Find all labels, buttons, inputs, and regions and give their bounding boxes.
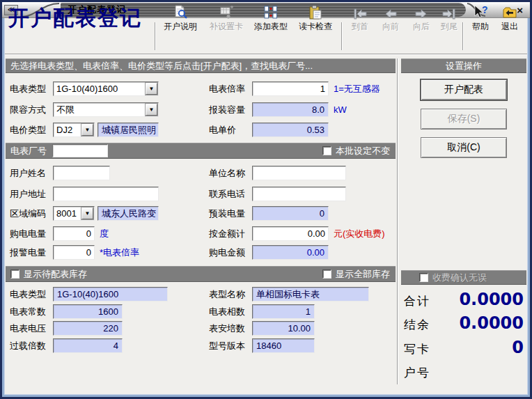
region-desc: 城东人民路变 — [97, 206, 159, 221]
fee-confirm-bar: 收费确认无误 — [401, 270, 526, 285]
purchase-energy-label: 购电电量 — [10, 226, 46, 241]
balance-value: 0.0000 — [426, 313, 524, 333]
org-name-input[interactable] — [252, 166, 346, 180]
chevron-down-icon[interactable]: ▼ — [146, 104, 157, 116]
address-input[interactable] — [53, 187, 159, 201]
meter-ratio-input[interactable] — [252, 81, 329, 96]
show-pending-stock-checkbox[interactable] — [10, 269, 19, 279]
org-name-label: 单位名称 — [209, 166, 245, 180]
capacity-unit: kW — [334, 102, 347, 117]
settings-bar: 设置操作 — [401, 58, 526, 73]
chevron-down-icon[interactable]: ▼ — [81, 124, 93, 136]
toolbar-button-help[interactable]: ? 帮助 — [467, 1, 494, 35]
purchase-amount-field: 0.00 — [252, 245, 329, 260]
panel-divider — [397, 58, 398, 384]
purchase-amount-label: 购电金额 — [209, 245, 245, 260]
price-type-label: 电价类型 — [10, 123, 46, 137]
fee-confirm-checkbox[interactable] — [419, 273, 428, 282]
by-amount-input[interactable] — [252, 226, 329, 241]
meter-ampere-field: 10.00 — [252, 321, 315, 336]
chevron-down-icon[interactable]: ▼ — [81, 208, 93, 219]
toolbar-button-go-last: 到尾 — [436, 1, 462, 35]
meter-ampere-label: 表安培数 — [209, 321, 245, 336]
unit-price-label: 电单价 — [209, 123, 236, 137]
by-amount-hint: 元(实收电费) — [334, 226, 385, 241]
fee-confirm-label: 收费确认无误 — [432, 272, 487, 284]
show-all-stock-checkbox[interactable] — [322, 269, 331, 279]
user-name-label: 用户姓名 — [10, 166, 46, 180]
meter-voltage-field: 220 — [53, 321, 123, 336]
toolbar-button-read-card-check[interactable]: 读卡检查 — [294, 1, 337, 35]
meter-type-select[interactable]: 1G-10(40)1600 ▼ — [53, 81, 159, 96]
batch-fixed-label: 本批设定不变 — [336, 145, 390, 157]
price-type-desc: 城镇居民照明 — [97, 123, 159, 137]
toolbar-button-next: 向后 — [408, 1, 435, 35]
cancel-button[interactable]: 取消(C) — [421, 137, 507, 158]
toolbar-button-label: 退出 — [501, 21, 518, 33]
limit-mode-select[interactable]: 不限 ▼ — [53, 102, 159, 117]
meter-phases-field: 1 — [252, 304, 315, 319]
model-name-label: 表型名称 — [209, 287, 245, 302]
document-magnifier-icon — [173, 3, 188, 20]
toolbar-button-label: 补设置卡 — [210, 21, 243, 33]
meter-ratio-hint: 1=无互感器 — [334, 81, 380, 96]
user-name-input[interactable] — [53, 166, 110, 180]
price-type-select[interactable]: DJ2 ▼ — [53, 123, 95, 137]
toolbar-button-label: 向后 — [413, 21, 430, 33]
account-number-label: 户号 — [404, 365, 430, 381]
overload-factor-label: 过载倍数 — [10, 338, 46, 353]
meter-constant-field: 1600 — [53, 304, 123, 319]
toolbar-button-open-info[interactable]: 开户说明 — [159, 1, 202, 35]
toolbar-button-label: 开户说明 — [164, 21, 197, 33]
toolbar-button-label: 读卡检查 — [299, 21, 332, 33]
unit-price-field: 0.53 — [252, 123, 329, 137]
arrow-to-first-icon — [352, 3, 368, 20]
meter-voltage-label: 电表电压 — [10, 321, 46, 336]
batch-fixed-checkbox[interactable] — [322, 146, 331, 155]
phone-input[interactable] — [252, 187, 346, 201]
overload-factor-field: 4 — [53, 338, 123, 353]
factory-number-label: 电表厂号 — [6, 145, 47, 157]
preload-energy-label: 预装电量 — [209, 206, 245, 221]
factory-number-bar: 电表厂号 本批设定不变 — [6, 143, 396, 159]
save-button: 保存(S) — [421, 109, 507, 130]
meter-constant-label: 电表常数 — [10, 304, 46, 319]
stock-bar: 显示待配表库存 显示全部库存 — [6, 266, 396, 282]
instruction-text: 先选择电表类型、电表倍率、电价类型等后点击[开户配表]，查找电表厂号... — [6, 60, 313, 72]
model-version-field: 18460 — [252, 338, 315, 353]
exit-folder-icon — [502, 3, 517, 20]
svg-text:?: ? — [482, 5, 488, 15]
limit-mode-label: 限容方式 — [10, 102, 46, 117]
chevron-down-icon[interactable]: ▼ — [146, 83, 157, 95]
stock-meter-type-label: 电表类型 — [10, 287, 46, 302]
toolbar-button-exit[interactable]: 退出 — [496, 1, 524, 35]
address-label: 用户地址 — [10, 187, 46, 201]
show-pending-stock-label: 显示待配表库存 — [24, 268, 87, 281]
alarm-energy-hint: *电表倍率 — [100, 245, 139, 260]
help-cursor-icon: ? — [473, 3, 488, 20]
factory-number-input[interactable] — [52, 144, 108, 157]
open-account-button[interactable]: 开户配表 — [421, 79, 507, 100]
toolbar-button-label: 到尾 — [441, 21, 457, 33]
purchase-energy-input[interactable] — [53, 226, 95, 241]
toolbar-separator — [341, 22, 343, 50]
model-version-label: 型号版本 — [209, 338, 245, 353]
setup-card-icon — [219, 3, 234, 20]
region-code-select[interactable]: 8001 ▼ — [53, 206, 95, 221]
write-card-value: 0 — [426, 338, 524, 357]
meter-type-label: 电表类型 — [10, 81, 46, 96]
toolbar-button-label: 添加表型 — [254, 21, 288, 33]
total-value: 0.0000 — [426, 290, 524, 309]
clipboard-icon — [308, 3, 323, 20]
phone-label: 联系电话 — [209, 187, 245, 201]
alarm-energy-input[interactable] — [53, 245, 95, 260]
capacity-label: 报装容量 — [209, 102, 245, 117]
instruction-bar: 先选择电表类型、电表倍率、电价类型等后点击[开户配表]，查找电表厂号... — [6, 58, 396, 73]
toolbar-button-label: 到首 — [352, 21, 368, 33]
purchase-energy-unit: 度 — [100, 226, 109, 241]
toolbar-button-add-meter-model[interactable]: 添加表型 — [249, 1, 292, 35]
toolbar-button-label: 向前 — [382, 21, 399, 33]
settings-bar-title: 设置操作 — [446, 60, 482, 72]
toolbar-separator — [462, 22, 464, 50]
toolbar-button-label: 帮助 — [472, 21, 489, 33]
